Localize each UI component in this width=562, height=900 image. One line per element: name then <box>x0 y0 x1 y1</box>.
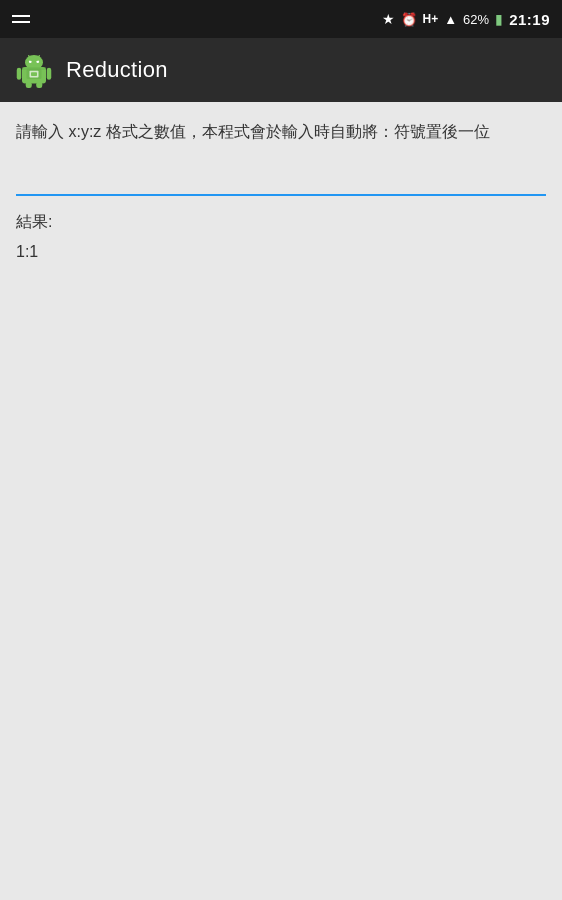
svg-rect-8 <box>26 82 32 88</box>
svg-rect-13 <box>31 72 37 76</box>
action-bar: Reduction <box>0 38 562 102</box>
svg-rect-9 <box>36 82 42 88</box>
network-type: H+ <box>423 12 439 26</box>
status-bar-right: ★ ⏰ H+ ▲ 62% ▮ 21:19 <box>382 11 550 28</box>
result-value: 1:1 <box>16 243 546 261</box>
status-time: 21:19 <box>509 11 550 28</box>
alarm-icon: ⏰ <box>401 12 417 27</box>
main-content: 請輸入 x:y:z 格式之數值，本程式會於輸入時自動將：符號置後一位 結果: 1… <box>0 102 562 279</box>
android-logo <box>16 52 52 88</box>
ratio-input[interactable] <box>16 162 546 192</box>
status-bar: ★ ⏰ H+ ▲ 62% ▮ 21:19 <box>0 0 562 38</box>
battery-percentage: 62% <box>463 12 489 27</box>
svg-rect-7 <box>47 68 52 80</box>
svg-rect-6 <box>17 68 22 80</box>
bluetooth-icon: ★ <box>382 11 395 27</box>
signal-icon: ▲ <box>444 12 457 27</box>
battery-icon: ▮ <box>495 11 503 27</box>
status-bar-left <box>12 15 30 23</box>
description-text: 請輸入 x:y:z 格式之數值，本程式會於輸入時自動將：符號置後一位 <box>16 120 546 144</box>
menu-icon <box>12 15 30 23</box>
result-label: 結果: <box>16 212 546 233</box>
action-bar-title: Reduction <box>66 57 168 83</box>
input-container[interactable] <box>16 162 546 196</box>
